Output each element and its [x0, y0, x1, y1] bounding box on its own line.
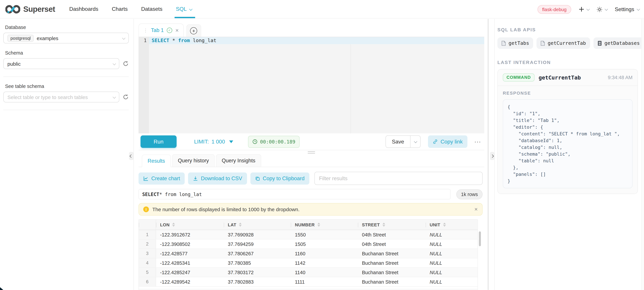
cell-lat: 37.7694259: [224, 240, 291, 249]
panel-resize-handle[interactable]: [138, 150, 484, 154]
last-interaction-title: LAST INTERACTION: [498, 60, 638, 65]
caret-down-icon: [229, 140, 233, 143]
cell-street: 04th Street: [358, 230, 426, 239]
new-item-menu[interactable]: [578, 6, 589, 12]
table-header-row: LON LAT NUMBER STREET UNIT: [139, 220, 478, 230]
column-header-lon[interactable]: LON: [156, 220, 224, 230]
cell-lon: -122.3908502: [156, 240, 224, 249]
refresh-icon[interactable]: [123, 94, 129, 100]
save-options-caret[interactable]: [410, 136, 420, 148]
sql-code-editor[interactable]: 1 SELECT * from long_lat: [138, 37, 484, 133]
close-icon[interactable]: ✕: [175, 28, 179, 33]
table-row: 4 -122.4285341 37.780385 1142 Buchanan S…: [139, 258, 478, 268]
sql-code-line: SELECT * from long_lat: [152, 37, 216, 44]
run-button[interactable]: Run: [140, 135, 176, 148]
sorter-icon[interactable]: [172, 223, 175, 227]
column-header-number[interactable]: NUMBER: [291, 220, 358, 230]
chevron-down-icon: [586, 7, 590, 11]
table-select[interactable]: Select table or type to search tables: [3, 92, 119, 102]
drag-handle-icon[interactable]: ⋮: [143, 28, 148, 33]
line-chart-icon: [143, 176, 148, 181]
response-json: { "id": "1", "title": "Tab 1", "editor":…: [508, 103, 628, 184]
collapse-right-panel-button[interactable]: [490, 152, 494, 160]
navbar: Superset Dashboards Charts Datasets SQL …: [0, 0, 644, 18]
results-table: LON LAT NUMBER STREET UNIT 1 -122.391267…: [138, 219, 478, 290]
schema-select[interactable]: public: [3, 58, 119, 69]
sql-lab-apis-panel: SQL LAB APIS getTabs getC: [494, 19, 644, 290]
results-table-zone: LON LAT NUMBER STREET UNIT 1 -122.391267…: [138, 219, 478, 290]
sidebar-divider: [3, 76, 129, 77]
cell-number: 1140: [291, 268, 358, 277]
main-panel-scrollbar[interactable]: [488, 19, 489, 290]
more-actions-button[interactable]: ⋯: [474, 138, 482, 146]
copy-link-button[interactable]: Copy link: [428, 135, 468, 148]
sun-icon: [596, 6, 602, 12]
tab-query-insights[interactable]: Query Insights: [216, 154, 261, 167]
get-tabs-button[interactable]: getTabs: [498, 37, 533, 49]
copy-clipboard-button[interactable]: Copy to Clipboard: [250, 172, 309, 184]
tab-query-history[interactable]: Query history: [172, 154, 214, 167]
cell-lon: -122.3912672: [156, 230, 224, 239]
row-number-cell: 2: [139, 240, 156, 249]
limit-dropdown[interactable]: LIMIT: 1 000: [194, 139, 233, 145]
print-margin-line: [350, 44, 351, 133]
table-select-placeholder: Select table or type to search tables: [8, 94, 88, 100]
editor-tabbar: ⋮ Tab 1 ✓ ✕ +: [138, 19, 484, 37]
copy-icon: [255, 176, 260, 181]
query-preview-row: SELECT * from long_lat 1k rows: [138, 189, 482, 199]
cell-street: Buchanan Street: [358, 249, 426, 258]
collapse-sidebar-button[interactable]: [129, 152, 134, 160]
cell-street: Buchanan Street: [358, 258, 426, 268]
nav-item-sql[interactable]: SQL: [176, 0, 192, 18]
refresh-icon[interactable]: [123, 61, 129, 67]
cell-street: Buchanan Street: [358, 268, 426, 277]
vertical-scrollbar-thumb[interactable]: [479, 231, 481, 246]
add-tab-button[interactable]: +: [186, 24, 201, 37]
cell-unit: NULL: [426, 240, 478, 249]
window-scrollbar[interactable]: [641, 19, 644, 290]
tab-results[interactable]: Results: [142, 155, 171, 167]
chevron-down-icon: [113, 62, 116, 65]
save-button[interactable]: Save: [386, 136, 410, 148]
column-header-lat[interactable]: LAT: [224, 220, 291, 230]
rows-count-badge: 1k rows: [456, 189, 482, 199]
sorter-icon[interactable]: [239, 223, 242, 227]
results-tabbar: Results Query history Query Insights: [138, 154, 484, 167]
database-select[interactable]: postgresql examples: [3, 33, 129, 43]
cell-unit: NULL: [426, 230, 478, 239]
close-icon[interactable]: ✕: [474, 207, 478, 212]
cell-unit: NULL: [426, 277, 478, 286]
create-chart-button[interactable]: Create chart: [138, 172, 185, 184]
filter-results-input[interactable]: [314, 172, 482, 185]
cell-lat: 37.7802883: [224, 277, 291, 286]
exclamation-circle-icon: !: [143, 207, 149, 212]
editor-tab-1[interactable]: ⋮ Tab 1 ✓ ✕: [138, 23, 184, 37]
check-circle-icon: ✓: [167, 28, 172, 33]
sorter-icon[interactable]: [382, 223, 385, 227]
environment-badge: flask-debug: [538, 5, 572, 14]
response-label: RESPONSE: [503, 91, 632, 96]
column-header-street[interactable]: STREET: [358, 220, 426, 230]
sorter-icon[interactable]: [443, 223, 446, 227]
plus-circle-icon: +: [190, 27, 197, 34]
horizontal-scrollbar[interactable]: [139, 289, 478, 290]
cell-lon: -122.4285247: [156, 268, 224, 277]
nav-item-charts[interactable]: Charts: [112, 0, 128, 18]
table-schema-label: See table schema: [5, 83, 129, 89]
nav-item-datasets[interactable]: Datasets: [141, 0, 162, 18]
cell-lat: 37.7806267: [224, 249, 291, 258]
theme-menu[interactable]: [596, 6, 607, 12]
settings-menu[interactable]: Settings: [615, 6, 639, 12]
timer-value: 00:00:00.189: [260, 139, 296, 144]
navbar-right: flask-debug Settings: [538, 0, 639, 18]
nav-item-dashboards[interactable]: Dashboards: [69, 0, 98, 18]
column-header-unit[interactable]: UNIT: [426, 220, 478, 230]
row-number-cell: 3: [139, 249, 156, 258]
cabinet-icon-button[interactable]: getDatabases: [593, 37, 644, 49]
brand-logo[interactable]: Superset: [6, 4, 55, 14]
warning-text: The number of rows displayed is limited …: [152, 207, 471, 212]
get-current-tab-button[interactable]: getCurrentTab: [536, 37, 590, 49]
row-number-cell: 6: [139, 277, 156, 286]
download-csv-button[interactable]: Download to CSV: [188, 172, 247, 184]
sorter-icon[interactable]: [318, 223, 320, 227]
